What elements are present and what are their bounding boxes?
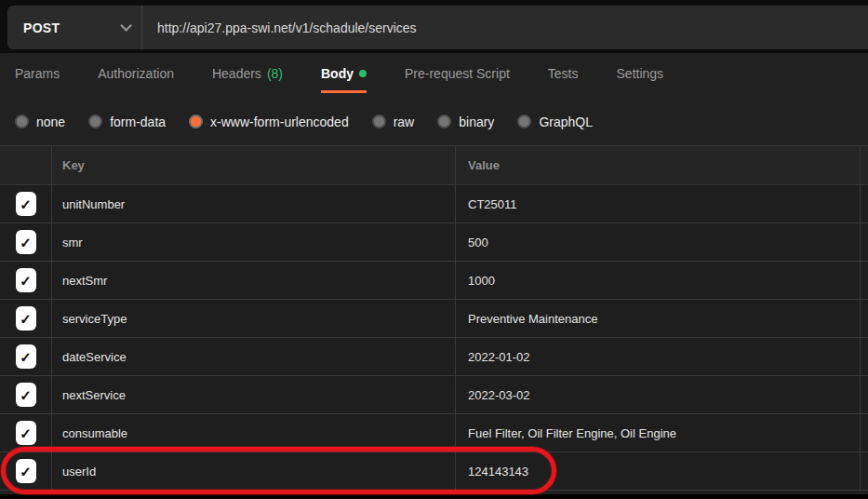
checkmark-icon: ✓ [20,426,32,440]
radio-icon [517,115,531,128]
row-checkbox[interactable]: ✓ [16,268,36,292]
row-checkbox[interactable]: ✓ [16,383,36,407]
checkmark-icon: ✓ [20,312,32,326]
tab-label: Pre-request Script [405,66,510,81]
value-column-header: Value [456,146,861,184]
extra-cell [861,452,868,490]
value-cell[interactable]: 124143143 [456,452,861,490]
table-row: ✓ nextService 2022-03-02 [0,376,868,414]
body-mode-option[interactable]: x-www-form-urlencoded [189,115,349,129]
request-tabs: Params Authorization Headers (8) Body [0,53,868,98]
extra-cell [861,223,868,261]
key-cell[interactable]: unitNumber [52,185,456,223]
row-checkbox[interactable]: ✓ [16,230,36,254]
tab-label: Headers [212,66,261,81]
radio-icon [189,115,203,128]
method-dropdown[interactable]: POST [7,6,142,49]
key-cell[interactable]: smr [52,223,456,261]
radio-icon [437,115,451,128]
tab-label: Params [15,66,60,81]
table-row: ✓ serviceType Preventive Maintenance [0,300,868,338]
checkmark-icon: ✓ [20,197,32,211]
value-cell[interactable]: 2022-01-02 [456,338,861,375]
row-checkbox[interactable]: ✓ [16,192,36,216]
row-checkbox[interactable]: ✓ [16,459,36,483]
row-checkbox-cell: ✓ [0,338,52,375]
value-cell[interactable]: 500 [456,223,861,261]
body-mode-label: binary [459,115,494,129]
url-container: POST [7,6,868,49]
checkmark-icon: ✓ [20,388,32,402]
extra-cell [861,185,868,223]
row-checkbox-cell: ✓ [0,376,52,413]
method-label: POST [23,20,60,35]
value-cell[interactable]: CT25011 [456,185,861,223]
checkmark-icon: ✓ [20,236,32,250]
tab-label: Authorization [98,66,174,81]
checkmark-icon: ✓ [20,350,32,364]
tab[interactable]: Pre-request Script [405,66,510,93]
radio-icon [15,115,29,128]
extra-cell [861,414,868,452]
table-row: ✓ unitNumber CT25011 [0,185,868,223]
table-row: ✓ userId 124143143 [0,452,868,491]
key-cell[interactable]: serviceType [52,300,456,337]
tab[interactable]: Authorization [98,66,174,93]
value-cell[interactable]: Fuel Filter, Oil Filter Engine, Oil Engi… [456,414,861,452]
body-mode-selector: none form-data x-www-form-urlencoded raw… [0,98,868,145]
row-checkbox-cell: ✓ [0,452,52,490]
body-mode-option[interactable]: GraphQL [517,115,593,129]
value-cell[interactable]: 1000 [456,262,861,299]
tab[interactable]: Params [15,66,60,93]
table-header-row: Key Value [0,146,868,185]
table-row: ✓ dateService 2022-01-02 [0,338,868,376]
row-checkbox-cell: ✓ [0,185,52,223]
checkmark-icon: ✓ [20,465,32,479]
tab-label: Body [321,66,354,81]
request-editor: Params Authorization Headers (8) Body [0,53,868,494]
key-cell[interactable]: dateService [52,338,456,375]
unsaved-dot-icon [359,70,367,77]
extra-cell [861,376,868,413]
radio-icon [372,115,386,128]
body-mode-option[interactable]: form-data [88,115,166,129]
body-mode-label: x-www-form-urlencoded [210,115,349,129]
request-bar: POST [0,0,868,53]
table-row: ✓ smr 500 [0,223,868,262]
row-checkbox[interactable]: ✓ [16,421,36,445]
chevron-down-icon [120,20,132,32]
table-row: ✓ nextSmr 1000 [0,262,868,300]
key-cell[interactable]: consumable [52,414,456,452]
body-mode-option[interactable]: raw [372,115,415,129]
body-mode-label: GraphQL [539,115,593,129]
row-checkbox[interactable]: ✓ [16,344,36,369]
row-checkbox-cell: ✓ [0,223,52,261]
tab-count-badge: (8) [267,66,283,81]
tab[interactable]: Tests [548,66,579,93]
extra-cell [861,262,868,299]
key-column-header: Key [52,146,456,184]
row-checkbox[interactable]: ✓ [16,306,36,330]
row-checkbox-cell: ✓ [0,300,52,337]
tab[interactable]: Body [321,66,367,93]
extra-column-header [861,146,868,184]
key-cell[interactable]: nextSmr [52,262,456,299]
tab[interactable]: Headers (8) [212,66,283,93]
tab-label: Settings [617,66,664,81]
body-mode-label: form-data [110,115,166,129]
url-input[interactable] [142,6,868,49]
body-mode-option[interactable]: none [15,115,65,129]
key-cell[interactable]: nextService [52,376,456,413]
value-cell[interactable]: 2022-03-02 [456,376,861,413]
body-mode-option[interactable]: binary [437,115,494,129]
extra-cell [861,300,868,337]
value-cell[interactable]: Preventive Maintenance [456,300,861,337]
table-row: ✓ consumable Fuel Filter, Oil Filter Eng… [0,414,868,452]
body-mode-label: none [36,115,65,129]
checkmark-icon: ✓ [20,274,32,288]
window-edge [0,494,868,499]
row-checkbox-cell: ✓ [0,414,52,452]
tab-label: Tests [548,66,579,81]
key-cell[interactable]: userId [52,452,456,490]
tab[interactable]: Settings [617,66,664,93]
